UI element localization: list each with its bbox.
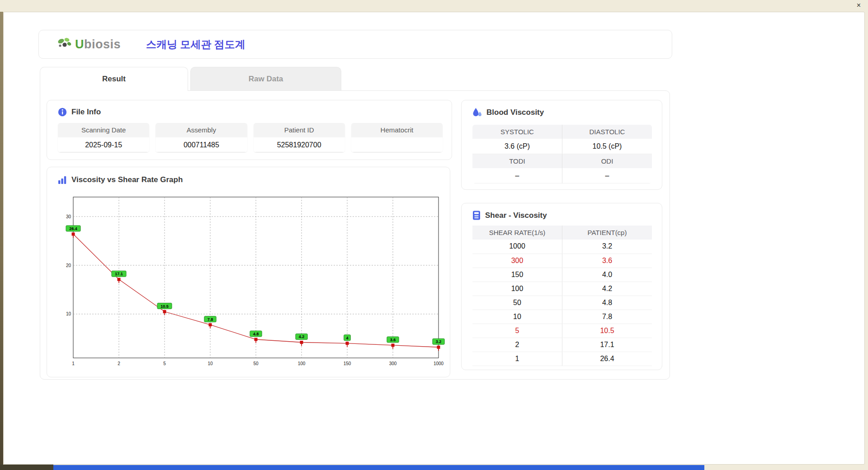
svg-text:5: 5 [163, 361, 166, 366]
blood-viscosity-heading: Blood Viscosity [486, 108, 544, 117]
svg-text:150: 150 [344, 361, 351, 366]
droplet-icon [472, 108, 482, 118]
svg-text:3.2: 3.2 [436, 339, 442, 344]
bv-value-todi: – [472, 168, 562, 183]
graph-title-row: Viscosity vs Shear Rate Graph [58, 175, 450, 184]
patient-cp-cell: 17.1 [562, 338, 652, 352]
shear-rate-cell: 300 [472, 254, 562, 268]
page-title: 스캐닝 모세관 점도계 [146, 38, 245, 52]
leaf-logo-icon [56, 37, 73, 52]
svg-text:20: 20 [66, 263, 71, 268]
field-value: 000711485 [156, 137, 247, 152]
graph-heading: Viscosity vs Shear Rate Graph [71, 175, 183, 184]
file-info-field-assembly: Assembly000711485 [156, 123, 247, 152]
shear-table-row: 1504.0 [472, 268, 652, 282]
patient-cp-cell: 3.2 [562, 240, 652, 254]
bv-value-odi: – [562, 168, 652, 183]
app-header: Ubiosis 스캐닝 모세관 점도계 [38, 30, 672, 59]
graph-card: Viscosity vs Shear Rate Graph 1020301251… [47, 167, 450, 377]
shear-column-header: SHEAR RATE(1/s) [472, 226, 562, 240]
svg-text:4.2: 4.2 [299, 334, 305, 339]
bv-header-systolic: SYSTOLIC [472, 125, 562, 139]
svg-text:4.8: 4.8 [253, 332, 259, 336]
svg-text:1000: 1000 [434, 361, 444, 366]
shear-rate-cell: 10 [472, 310, 562, 324]
bv-header-diastolic: DIASTOLIC [562, 125, 652, 139]
field-label: Hematocrit [351, 123, 443, 137]
shear-viscosity-heading: Shear - Viscosity [485, 211, 547, 220]
svg-text:30: 30 [66, 214, 71, 219]
tab-raw-data[interactable]: Raw Data [190, 67, 341, 90]
file-info-field-patient-id: Patient ID52581920700 [254, 123, 345, 152]
patient-cp-cell: 26.4 [562, 352, 652, 366]
patient-cp-cell: 4.0 [562, 268, 652, 282]
field-value: 52581920700 [254, 137, 345, 152]
shear-table-row: 10003.2 [472, 240, 652, 254]
bv-value-diastolic: 10.5 (cP) [562, 139, 652, 154]
shear-viscosity-card: Shear - Viscosity SHEAR RATE(1/s)PATIENT… [461, 203, 662, 370]
shear-rate-cell: 150 [472, 268, 562, 282]
shear-table-header-row: SHEAR RATE(1/s)PATIENT(cp) [472, 226, 652, 240]
svg-text:3.6: 3.6 [390, 338, 396, 342]
shear-rate-cell: 1000 [472, 240, 562, 254]
svg-text:10.5: 10.5 [160, 304, 169, 309]
desktop-bottom-dark-strip [0, 465, 53, 470]
bv-value-systolic: 3.6 (cP) [472, 139, 562, 154]
svg-text:1: 1 [72, 361, 75, 366]
svg-text:2: 2 [118, 361, 120, 366]
patient-cp-cell: 3.6 [562, 254, 652, 268]
patient-cp-cell: 10.5 [562, 324, 652, 338]
tab-result[interactable]: Result [40, 67, 188, 91]
shear-viscosity-title-row: Shear - Viscosity [472, 211, 652, 220]
file-info-field-hematocrit: Hematocrit [351, 123, 443, 152]
file-info-card: File Info Scanning Date2025-09-15Assembl… [47, 100, 452, 160]
bv-header-row: SYSTOLICDIASTOLIC [472, 125, 652, 139]
svg-text:4: 4 [346, 336, 348, 340]
svg-text:17.1: 17.1 [115, 272, 123, 276]
shear-table-row: 1004.2 [472, 282, 652, 296]
patient-cp-cell: 7.8 [562, 310, 652, 324]
shear-table-row: 217.1 [472, 338, 652, 352]
calculator-icon [472, 211, 481, 220]
file-info-title-row: File Info [58, 108, 443, 117]
svg-text:26.4: 26.4 [69, 226, 77, 231]
shear-viscosity-table: SHEAR RATE(1/s)PATIENT(cp)10003.23003.61… [472, 226, 652, 366]
bv-value-row: 3.6 (cP)10.5 (cP) [472, 139, 652, 154]
bv-value-row: –– [472, 168, 652, 183]
bv-header-odi: ODI [562, 154, 652, 168]
desktop-bottom-blue-bar [53, 465, 704, 470]
shear-table-row: 3003.6 [472, 254, 652, 268]
field-label: Scanning Date [58, 123, 149, 137]
file-info-heading: File Info [71, 108, 101, 117]
bv-header-todi: TODI [472, 154, 562, 168]
info-icon [58, 108, 67, 117]
bar-chart-icon [58, 175, 67, 184]
shear-rate-cell: 2 [472, 338, 562, 352]
desktop-left-strip [0, 12, 3, 465]
shear-table-row: 107.8 [472, 310, 652, 324]
blood-viscosity-title-row: Blood Viscosity [472, 108, 652, 118]
blood-viscosity-card: Blood Viscosity SYSTOLICDIASTOLIC3.6 (cP… [461, 100, 662, 190]
svg-text:300: 300 [389, 361, 397, 366]
shear-table-row: 504.8 [472, 296, 652, 310]
shear-rate-cell: 100 [472, 282, 562, 296]
file-info-fields: Scanning Date2025-09-15Assembly000711485… [58, 123, 443, 152]
svg-text:50: 50 [253, 361, 259, 366]
shear-rate-cell: 1 [472, 352, 562, 366]
field-label: Assembly [156, 123, 247, 137]
viscosity-shear-chart: 1020301251050100150300100026.417.110.57.… [56, 193, 445, 371]
svg-text:10: 10 [208, 361, 213, 366]
patient-cp-cell: 4.8 [562, 296, 652, 310]
shear-table-row: 510.5 [472, 324, 652, 338]
field-value: 2025-09-15 [58, 137, 149, 152]
close-icon[interactable]: × [857, 1, 861, 9]
svg-text:100: 100 [298, 361, 306, 366]
ubiosis-logo: Ubiosis [56, 37, 121, 52]
shear-rate-cell: 50 [472, 296, 562, 310]
shear-table-row: 126.4 [472, 352, 652, 366]
patient-cp-cell: 4.2 [562, 282, 652, 296]
logo-text: Ubiosis [75, 38, 121, 52]
svg-text:10: 10 [66, 311, 71, 316]
svg-text:7.8: 7.8 [208, 317, 213, 322]
field-label: Patient ID [254, 123, 345, 137]
